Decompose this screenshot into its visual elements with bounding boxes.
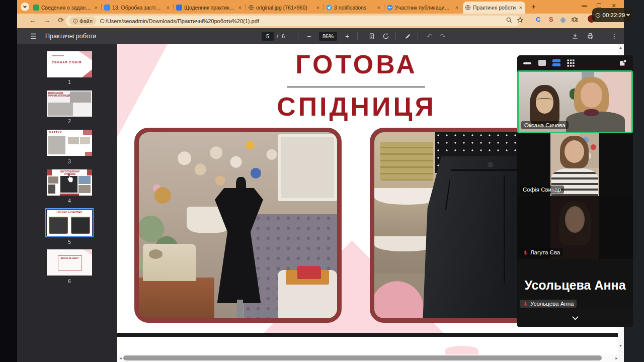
- tab-active-praktychni-roboty[interactable]: Практичні роботи ×: [463, 2, 525, 14]
- close-tab-icon[interactable]: ×: [518, 5, 523, 11]
- page-current: 5: [266, 33, 269, 39]
- tab-title: 3 notifications: [334, 5, 374, 11]
- scroll-down-icon[interactable]: ▼: [619, 344, 622, 347]
- pdf-menu-kebab-icon[interactable]: ⋮: [611, 32, 618, 40]
- close-tab-icon[interactable]: ×: [315, 5, 320, 11]
- scroll-up-icon[interactable]: ▲: [619, 46, 622, 49]
- horizontal-scroll-thumb[interactable]: [123, 355, 602, 360]
- thumb-decor: [83, 249, 92, 255]
- zoom-panel-toolbar: [517, 55, 633, 70]
- thumb-photo: [48, 103, 73, 116]
- menu-hamburger-icon[interactable]: ☰: [30, 32, 37, 40]
- tab-zoom-meeting[interactable]: Участник публикации - Zoom ×: [385, 3, 461, 13]
- participant-name-label: Усольцева Анна: [520, 300, 577, 308]
- thumb-decor: [82, 69, 92, 77]
- thumbnail-page-6[interactable]: ДЯКУЮ ЗА УВАГУ!: [47, 249, 92, 276]
- slide-page-6-partial: [117, 337, 620, 354]
- zoom-participants-panel: Оксана Сичова Софія Свинар Лагута Єва: [517, 55, 633, 327]
- download-icon[interactable]: [572, 33, 579, 40]
- window-minimize-button[interactable]: [582, 6, 587, 7]
- thumb-decor: [47, 169, 52, 175]
- tab-divider: [245, 4, 246, 10]
- close-tab-icon[interactable]: ×: [376, 5, 381, 11]
- more-participants-button[interactable]: [517, 309, 633, 327]
- tab-search-button[interactable]: [21, 3, 29, 11]
- redo-icon[interactable]: ↷: [440, 32, 446, 40]
- screen: Сведения о задании × 13. Обробка застібк…: [0, 0, 644, 362]
- thumbnail-page-5-selected[interactable]: ГОТОВА СПІДНИЦЯ: [47, 210, 92, 236]
- tab-assignment-info[interactable]: Сведения о задании ×: [31, 3, 101, 13]
- tab-title: original.jpg (761×960): [256, 5, 313, 11]
- clock-widget[interactable]: 00:22:29: [592, 8, 632, 22]
- zoom-page-icon[interactable]: [506, 17, 513, 24]
- new-tab-button[interactable]: +: [531, 2, 536, 11]
- zoom-out-icon[interactable]: −: [307, 32, 311, 40]
- thumbnail-number: 2: [47, 119, 92, 124]
- toolbar-divider: [395, 32, 396, 40]
- extension-s-icon[interactable]: S: [549, 16, 553, 23]
- undo-icon[interactable]: ↶: [427, 32, 433, 40]
- thumb-photo: [48, 176, 58, 184]
- close-tab-icon[interactable]: ×: [166, 5, 171, 11]
- thumbnail-number: 5: [47, 239, 92, 245]
- extension-c-icon[interactable]: C: [536, 16, 540, 23]
- fit-page-icon[interactable]: [368, 33, 375, 40]
- thumb-photo: [78, 176, 91, 184]
- participant-video-lahuta[interactable]: Лагута Єва: [517, 196, 633, 259]
- docs-favicon: [176, 5, 182, 11]
- minimize-videos-icon[interactable]: [523, 62, 531, 64]
- participant-video-oksana[interactable]: Оксана Сичова: [517, 70, 633, 133]
- address-bar[interactable]: Файл C:/Users/seoadmin/Downloads/Практич…: [65, 16, 521, 26]
- tab-original-jpg[interactable]: original.jpg (761×960) ×: [246, 3, 323, 13]
- window-restore-button[interactable]: [597, 4, 601, 8]
- thumb-title: ВИКОНАННЯ РУЧНИХ ОПЕРАЦІЙ: [48, 92, 70, 97]
- pink-bump-decor: [445, 346, 478, 354]
- thumb-decor: [52, 55, 64, 56]
- back-icon[interactable]: ←: [28, 16, 37, 24]
- close-tab-icon[interactable]: ×: [454, 5, 459, 11]
- tab-lesson-13[interactable]: 13. Обробка застібки, оброб ×: [102, 3, 173, 13]
- toy-sewing-machine: [297, 266, 321, 279]
- skirt-seam: [504, 175, 505, 283]
- tab-practice-diary[interactable]: Щоденник практики МК-21 С ×: [174, 3, 245, 13]
- zoom-level-input[interactable]: 86%: [319, 32, 337, 41]
- sewing-machine-knob: [149, 249, 163, 259]
- pdf-document-title: Практичні роботи: [45, 33, 96, 40]
- thumb-decor: [85, 152, 92, 156]
- person-2-face: [581, 82, 602, 108]
- thumbnail-page-3[interactable]: ФАРТУХ: [47, 130, 92, 156]
- thumb-photo: [71, 217, 90, 234]
- extension-globe-icon[interactable]: [559, 17, 567, 24]
- forward-icon[interactable]: →: [42, 16, 51, 24]
- gallery-view-icon-active[interactable]: [552, 59, 560, 66]
- participant-video-sofiia[interactable]: Софія Свинар: [517, 133, 633, 196]
- reload-icon[interactable]: ⟳: [56, 16, 65, 24]
- thumbnail-page-2[interactable]: ВИКОНАННЯ РУЧНИХ ОПЕРАЦІЙ: [47, 90, 92, 117]
- thumbnail-page-1[interactable]: СВИНАР СОФІЯ: [47, 51, 92, 77]
- participant-big-name: Усольцева Анна: [517, 278, 633, 293]
- print-icon[interactable]: [587, 33, 594, 40]
- pip-collapse-icon[interactable]: [619, 59, 627, 67]
- close-tab-icon[interactable]: ×: [94, 5, 99, 11]
- rotate-icon[interactable]: [382, 33, 389, 40]
- zoom-in-icon[interactable]: +: [345, 32, 349, 40]
- participant-video-usoltseva[interactable]: Усольцева Анна Усольцева Анна: [517, 259, 633, 309]
- speaker-view-icon[interactable]: [538, 60, 546, 66]
- page-number-input[interactable]: 5: [262, 32, 274, 41]
- person-1-glasses: [536, 98, 553, 102]
- docs-favicon: [104, 5, 110, 11]
- bookmark-star-icon[interactable]: [517, 17, 524, 24]
- annotate-pen-icon[interactable]: [405, 33, 412, 40]
- tab-telegram[interactable]: 3 notifications ×: [324, 3, 383, 13]
- horizontal-scrollbar[interactable]: ◄ ►: [117, 354, 620, 362]
- grid-view-icon[interactable]: [567, 59, 575, 67]
- mouse-cursor-hand: [66, 173, 74, 183]
- tab-divider: [323, 4, 324, 10]
- close-tab-icon[interactable]: ×: [237, 5, 243, 11]
- gallery-bar: [552, 59, 560, 62]
- clock-time: 00:22:29: [603, 12, 625, 18]
- title-underline: [287, 86, 425, 87]
- person-2-collar: [584, 109, 599, 116]
- extensions-puzzle-icon[interactable]: [571, 17, 578, 24]
- scroll-left-icon[interactable]: ◄: [119, 356, 122, 360]
